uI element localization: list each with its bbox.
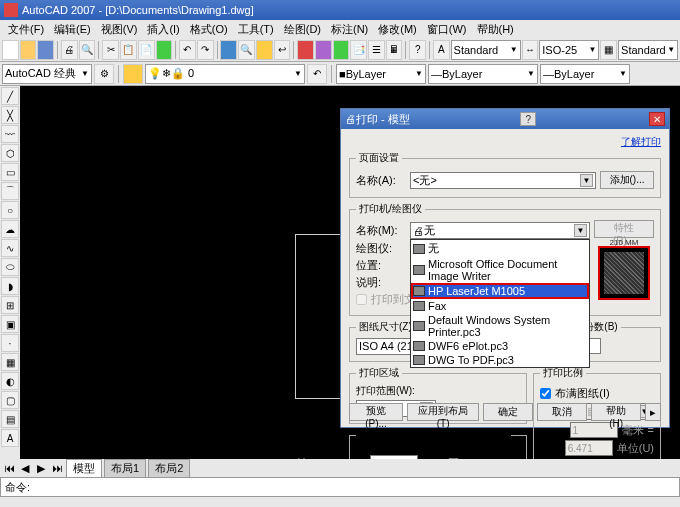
- printer-name-combo[interactable]: 🖨 无▼ 无 Microsoft Office Document Image W…: [410, 222, 590, 239]
- matchprop-button[interactable]: [156, 40, 173, 60]
- circle-button[interactable]: ○: [1, 201, 19, 219]
- region-button[interactable]: ▢: [1, 391, 19, 409]
- markup-button[interactable]: ☰: [368, 40, 385, 60]
- print-to-file-checkbox[interactable]: [356, 294, 367, 305]
- tab-layout2[interactable]: 布局2: [148, 459, 190, 478]
- color-combo[interactable]: ■ ByLayer▼: [336, 64, 426, 84]
- printer-option[interactable]: 无: [411, 240, 589, 257]
- tab-first-icon[interactable]: ⏮: [2, 462, 16, 474]
- printer-option[interactable]: Fax: [411, 299, 589, 313]
- page-setup-group: 页面设置 名称(A): <无>▼ 添加()...: [349, 151, 661, 198]
- close-icon[interactable]: ✕: [649, 112, 665, 126]
- table-button[interactable]: ▤: [1, 410, 19, 428]
- menu-help[interactable]: 帮助(H): [473, 21, 518, 38]
- menu-modify[interactable]: 修改(M): [374, 21, 421, 38]
- printer-option[interactable]: DWF6 ePlot.pc3: [411, 339, 589, 353]
- ws-save-button[interactable]: ⚙: [94, 64, 114, 84]
- printer-option[interactable]: Microsoft Office Document Image Writer: [411, 257, 589, 283]
- menu-view[interactable]: 视图(V): [97, 21, 142, 38]
- page-name-combo[interactable]: <无>▼: [410, 172, 596, 189]
- printer-option-selected[interactable]: HP LaserJet M1005: [411, 283, 589, 299]
- printer-option[interactable]: DWG To PDF.pc3: [411, 353, 589, 367]
- printer-option[interactable]: Default Windows System Printer.pc3: [411, 313, 589, 339]
- cancel-button[interactable]: 取消: [537, 403, 587, 421]
- redo-button[interactable]: ↷: [197, 40, 214, 60]
- ellipse-button[interactable]: ⬭: [1, 258, 19, 276]
- tablestyle-combo[interactable]: Standard▼: [618, 40, 678, 60]
- pan-button[interactable]: [220, 40, 237, 60]
- gradient-button[interactable]: ◐: [1, 372, 19, 390]
- lineweight-combo[interactable]: — ByLayer▼: [540, 64, 630, 84]
- mtext-button[interactable]: A: [1, 429, 19, 447]
- zoom-prev-button[interactable]: ↩: [274, 40, 291, 60]
- fit-paper-checkbox[interactable]: [540, 388, 551, 399]
- point-button[interactable]: ·: [1, 334, 19, 352]
- hatch-button[interactable]: ▦: [1, 353, 19, 371]
- dc-button[interactable]: [315, 40, 332, 60]
- pline-button[interactable]: 〰: [1, 125, 19, 143]
- plot-button[interactable]: 🖨: [61, 40, 78, 60]
- menu-edit[interactable]: 编辑(E): [50, 21, 95, 38]
- undo-button[interactable]: ↶: [179, 40, 196, 60]
- open-button[interactable]: [20, 40, 37, 60]
- menu-file[interactable]: 文件(F): [4, 21, 48, 38]
- expand-dialog-button[interactable]: ▸: [645, 403, 661, 421]
- tab-next-icon[interactable]: ▶: [34, 462, 48, 475]
- linetype-combo[interactable]: — ByLayer▼: [428, 64, 538, 84]
- spline-button[interactable]: ∿: [1, 239, 19, 257]
- textstyle-combo[interactable]: Standard▼: [451, 40, 521, 60]
- plot-dialog-titlebar[interactable]: 🖨 打印 - 模型 ? ✕: [341, 109, 669, 129]
- apply-layout-button[interactable]: 应用到布局(T): [407, 403, 479, 421]
- desc-label: 说明:: [356, 275, 406, 290]
- help-button[interactable]: ?: [409, 40, 426, 60]
- separator: [98, 41, 99, 59]
- arc-button[interactable]: ⌒: [1, 182, 19, 200]
- plotter-label: 绘图仪:: [356, 241, 406, 256]
- new-button[interactable]: [2, 40, 19, 60]
- learn-plot-link[interactable]: 了解打印: [621, 136, 661, 147]
- tab-prev-icon[interactable]: ◀: [18, 462, 32, 475]
- workspace-combo[interactable]: AutoCAD 经典▼: [2, 64, 92, 84]
- props-button[interactable]: [297, 40, 314, 60]
- printer-icon: [413, 244, 425, 254]
- preview-button[interactable]: 预览(P)...: [349, 403, 403, 421]
- preview-button[interactable]: 🔍: [79, 40, 96, 60]
- tab-last-icon[interactable]: ⏭: [50, 462, 64, 474]
- sheet-button[interactable]: 📑: [350, 40, 367, 60]
- menu-format[interactable]: 格式(O): [186, 21, 232, 38]
- rectangle-button[interactable]: ▭: [1, 163, 19, 181]
- layer-combo[interactable]: 💡❄🔒 0▼: [145, 64, 305, 84]
- separator: [429, 41, 430, 59]
- menu-tools[interactable]: 工具(T): [234, 21, 278, 38]
- tab-layout1[interactable]: 布局1: [104, 459, 146, 478]
- ellarc-button[interactable]: ◗: [1, 277, 19, 295]
- calc-button[interactable]: 🖩: [386, 40, 403, 60]
- layer-props-button[interactable]: [123, 64, 143, 84]
- save-button[interactable]: [37, 40, 54, 60]
- menu-dim[interactable]: 标注(N): [327, 21, 372, 38]
- help-icon[interactable]: ?: [520, 112, 536, 126]
- tool-pal-button[interactable]: [333, 40, 350, 60]
- block-button[interactable]: ▣: [1, 315, 19, 333]
- menu-insert[interactable]: 插入(I): [143, 21, 183, 38]
- help-dlg-button[interactable]: 帮助(H): [591, 403, 641, 421]
- dimstyle-combo[interactable]: ISO-25▼: [539, 40, 599, 60]
- copy-button[interactable]: 📋: [120, 40, 137, 60]
- layer-prev-button[interactable]: ↶: [307, 64, 327, 84]
- xline-button[interactable]: ╳: [1, 106, 19, 124]
- ok-button[interactable]: 确定: [483, 403, 533, 421]
- tab-model[interactable]: 模型: [66, 459, 102, 478]
- plot-dialog-title: 打印 - 模型: [356, 112, 410, 127]
- line-button[interactable]: ╱: [1, 87, 19, 105]
- paste-button[interactable]: 📄: [138, 40, 155, 60]
- add-page-button[interactable]: 添加()...: [600, 171, 654, 189]
- cut-button[interactable]: ✂: [102, 40, 119, 60]
- insert-button[interactable]: ⊞: [1, 296, 19, 314]
- revcloud-button[interactable]: ☁: [1, 220, 19, 238]
- polygon-button[interactable]: ⬡: [1, 144, 19, 162]
- zoom-button[interactable]: 🔍: [238, 40, 255, 60]
- menu-window[interactable]: 窗口(W): [423, 21, 471, 38]
- menu-draw[interactable]: 绘图(D): [280, 21, 325, 38]
- zoom-win-button[interactable]: [256, 40, 273, 60]
- command-line[interactable]: 命令:: [0, 477, 680, 497]
